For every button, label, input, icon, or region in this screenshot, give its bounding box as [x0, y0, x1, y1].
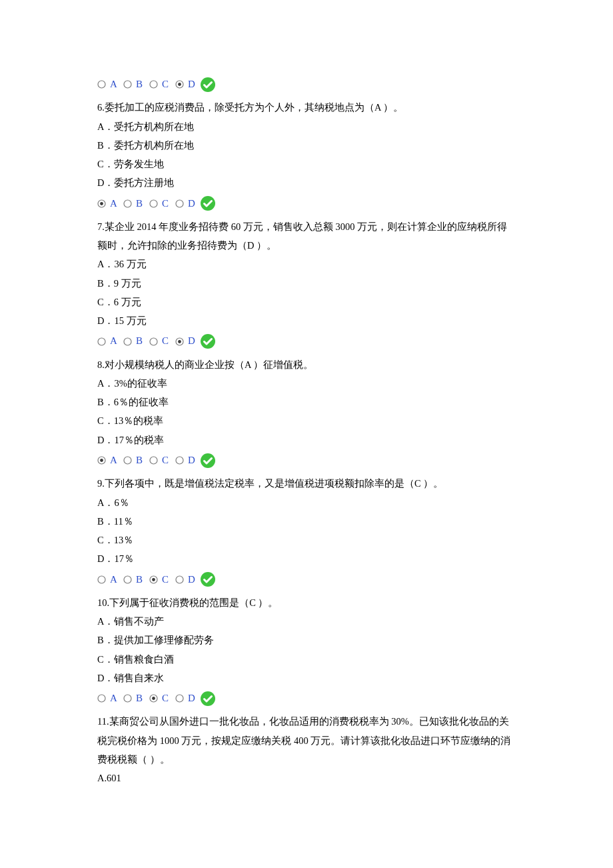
radio-A[interactable] — [97, 575, 106, 584]
svg-point-34 — [176, 695, 183, 702]
svg-point-33 — [152, 697, 155, 700]
label-B: B — [132, 194, 149, 213]
label-C: C — [158, 194, 175, 213]
radio-D[interactable] — [175, 694, 184, 703]
label-C: C — [158, 451, 175, 470]
radio-D[interactable] — [175, 80, 184, 89]
question-10: 10.下列属于征收消费税的范围是（C ）。 A．销售不动产 B．提供加工修理修配… — [97, 593, 516, 709]
option-B: B．6％的征收率 — [97, 393, 516, 411]
radio-C[interactable] — [149, 199, 158, 208]
question-9: 9.下列各项中，既是增值税法定税率，又是增值税进项税额扣除率的是（C ）。 A．… — [97, 474, 516, 589]
radio-D[interactable] — [175, 337, 184, 346]
option-B: B．提供加工修理修配劳务 — [97, 631, 516, 649]
question-11: 11.某商贸公司从国外进口一批化妆品，化妆品适用的消费税税率为 30%。已知该批… — [97, 712, 516, 787]
label-A: A — [106, 689, 123, 708]
question-stem: 10.下列属于征收消费税的范围是（C ）。 — [97, 593, 516, 612]
label-D: D — [184, 570, 201, 589]
option-D: D．委托方注册地 — [97, 173, 516, 192]
radio-C[interactable] — [149, 575, 158, 584]
svg-point-21 — [150, 457, 157, 464]
label-B: B — [132, 570, 149, 589]
svg-point-14 — [150, 338, 157, 345]
option-D: D．销售自来水 — [97, 669, 516, 687]
option-C: C．13％的税率 — [97, 411, 516, 430]
radio-C[interactable] — [149, 694, 158, 703]
svg-point-10 — [176, 200, 183, 207]
svg-point-0 — [98, 81, 105, 88]
radio-C[interactable] — [149, 456, 158, 465]
option-B: B．委托方机构所在地 — [97, 136, 516, 155]
svg-point-9 — [150, 200, 157, 207]
label-D: D — [184, 451, 201, 470]
option-C: C．13％ — [97, 531, 516, 549]
svg-point-28 — [176, 576, 183, 583]
label-A: A — [106, 451, 123, 470]
label-A: A — [106, 570, 123, 589]
question-7: 7.某企业 2014 年度业务招待费 60 万元，销售收入总额 3000 万元，… — [97, 217, 516, 351]
radio-D[interactable] — [175, 575, 184, 584]
radio-A[interactable] — [97, 456, 106, 465]
svg-point-27 — [152, 578, 155, 581]
svg-point-19 — [100, 459, 103, 462]
radio-B[interactable] — [123, 337, 132, 346]
radio-A[interactable] — [97, 80, 106, 89]
svg-point-31 — [124, 695, 131, 702]
radio-B[interactable] — [123, 80, 132, 89]
question-stem: 9.下列各项中，既是增值税法定税率，又是增值税进项税额扣除率的是（C ）。 — [97, 474, 516, 493]
svg-point-8 — [124, 200, 131, 207]
option-C: C．劳务发生地 — [97, 155, 516, 173]
label-A: A — [106, 75, 123, 94]
question-stem: 11.某商贸公司从国外进口一批化妆品，化妆品适用的消费税税率为 30%。已知该批… — [97, 712, 516, 769]
radio-A[interactable] — [97, 337, 106, 346]
radio-C[interactable] — [149, 337, 158, 346]
radio-C[interactable] — [149, 80, 158, 89]
radio-B[interactable] — [123, 199, 132, 208]
option-A: A．36 万元 — [97, 255, 516, 273]
radio-B[interactable] — [123, 694, 132, 703]
svg-point-20 — [124, 457, 131, 464]
option-A: A．6％ — [97, 493, 516, 512]
label-D: D — [184, 331, 201, 351]
svg-point-12 — [98, 338, 105, 345]
label-C: C — [158, 331, 175, 351]
svg-point-30 — [98, 695, 105, 702]
svg-point-2 — [150, 81, 157, 88]
label-A: A — [106, 194, 123, 213]
check-icon — [200, 333, 216, 349]
svg-point-22 — [176, 457, 183, 464]
option-A: A.601 — [97, 769, 516, 787]
check-icon — [200, 453, 216, 469]
answer-row: A B C D — [97, 689, 516, 708]
svg-point-24 — [98, 576, 105, 583]
question-stem: 7.某企业 2014 年度业务招待费 60 万元，销售收入总额 3000 万元，… — [97, 217, 516, 255]
check-icon — [200, 195, 216, 211]
label-C: C — [158, 75, 175, 94]
label-C: C — [158, 570, 175, 589]
option-B: B．11％ — [97, 512, 516, 531]
radio-B[interactable] — [123, 456, 132, 465]
check-icon — [200, 571, 216, 587]
radio-A[interactable] — [97, 694, 106, 703]
option-D: D．17％的税率 — [97, 431, 516, 449]
question-stem: 8.对小规模纳税人的商业企业按（A ）征增值税。 — [97, 355, 516, 374]
radio-D[interactable] — [175, 199, 184, 208]
radio-A[interactable] — [97, 199, 106, 208]
option-C: C．6 万元 — [97, 293, 516, 311]
option-A: A．受托方机构所在地 — [97, 117, 516, 136]
label-B: B — [132, 689, 149, 708]
option-A: A．3%的征收率 — [97, 374, 516, 393]
option-D: D．17％ — [97, 549, 516, 568]
radio-B[interactable] — [123, 575, 132, 584]
svg-point-13 — [124, 338, 131, 345]
radio-D[interactable] — [175, 456, 184, 465]
svg-point-4 — [178, 83, 181, 86]
label-D: D — [184, 689, 201, 708]
question-8: 8.对小规模纳税人的商业企业按（A ）征增值税。 A．3%的征收率 B．6％的征… — [97, 355, 516, 471]
question-stem: 6.委托加工的应税消费品，除受托方为个人外，其纳税地点为（A ）。 — [97, 98, 516, 117]
option-C: C．销售粮食白酒 — [97, 650, 516, 669]
answer-row: A B C D — [97, 451, 516, 470]
check-icon — [200, 77, 216, 93]
option-B: B．9 万元 — [97, 274, 516, 293]
label-D: D — [184, 194, 201, 213]
svg-point-16 — [178, 340, 181, 343]
